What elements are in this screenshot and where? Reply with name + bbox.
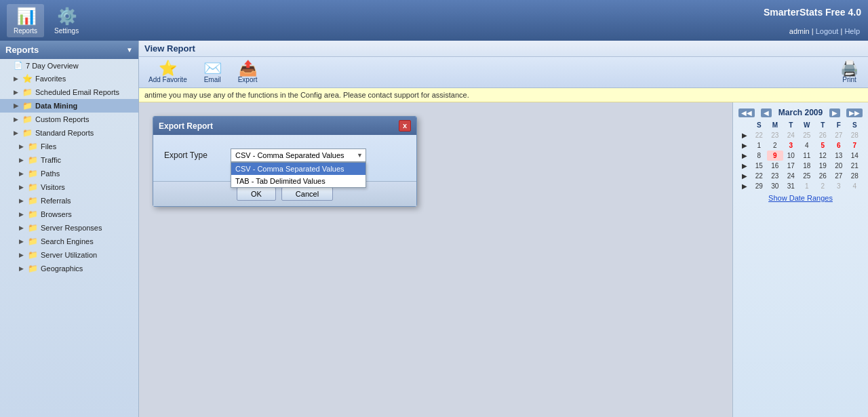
cal-day[interactable]: 3	[831, 181, 846, 191]
cal-day[interactable]: 29	[751, 181, 767, 191]
cal-day[interactable]: 19	[815, 161, 831, 171]
cal-week-arrow[interactable]: ▶	[738, 130, 751, 140]
cal-day[interactable]: 5	[815, 140, 831, 151]
cal-week-arrow[interactable]: ▶	[738, 151, 751, 161]
sidebar-item-paths[interactable]: ▶ 📁 Paths	[0, 167, 138, 180]
cal-week-row: ▶ 22 23 24 25 26 27 28	[738, 130, 863, 140]
cal-header-f: F	[831, 120, 846, 130]
cal-day[interactable]: 22	[751, 130, 767, 140]
cal-next-button[interactable]: ▶	[829, 108, 840, 117]
sidebar-item-serverresponses[interactable]: ▶ 📁 Server Responses	[0, 221, 138, 235]
cal-day[interactable]: 4	[799, 140, 814, 151]
print-button[interactable]: 🖨️ Print	[836, 60, 863, 85]
content-area: View Report ⭐ Add Favorite ✉️ Email 📤 Ex…	[139, 41, 868, 417]
help-link[interactable]: Help	[844, 27, 860, 35]
export-type-select[interactable]: CSV - Comma Separated Values ▼	[231, 148, 366, 162]
export-type-select-wrapper: CSV - Comma Separated Values ▼ CSV - Com…	[231, 148, 366, 162]
cal-day[interactable]: 27	[831, 130, 846, 140]
cal-day[interactable]: 23	[767, 130, 783, 140]
cal-day[interactable]: 16	[767, 161, 783, 171]
logout-link[interactable]: Logout	[816, 27, 839, 35]
cal-day[interactable]: 21	[846, 161, 863, 171]
sidebar-item-standard[interactable]: ▶ 📁 Standard Reports	[0, 126, 138, 140]
cal-day[interactable]: 27	[831, 171, 846, 181]
cal-prev-button[interactable]: ◀	[761, 108, 772, 117]
sidebar-item-custom[interactable]: ▶ 📁 Custom Reports	[0, 113, 138, 126]
cal-week-arrow[interactable]: ▶	[738, 140, 751, 151]
folder-icon: 📁	[28, 237, 38, 246]
cal-day[interactable]: 2	[815, 181, 831, 191]
cal-day[interactable]: 12	[815, 151, 831, 161]
export-button[interactable]: 📤 Export	[234, 60, 262, 85]
expand-arrow: ▶	[19, 197, 24, 204]
cal-day[interactable]: 2	[767, 140, 783, 151]
cal-day[interactable]: 7	[846, 140, 863, 151]
cancel-button[interactable]: Cancel	[281, 187, 333, 201]
export-type-dropdown: CSV - Comma Separated Values TAB - Tab D…	[231, 162, 366, 188]
cal-week-arrow[interactable]: ▶	[738, 161, 751, 171]
cal-day[interactable]: 22	[751, 171, 767, 181]
cal-day[interactable]: 4	[846, 181, 863, 191]
cal-day[interactable]: 28	[846, 130, 863, 140]
sidebar-item-favorites[interactable]: ▶ ⭐ Favorites	[0, 72, 138, 85]
cal-day[interactable]: 8	[751, 151, 767, 161]
cal-day[interactable]: 25	[799, 171, 814, 181]
reports-nav-button[interactable]: 📊 Reports	[7, 4, 44, 37]
cal-day-today[interactable]: 9	[767, 151, 783, 161]
cal-day[interactable]: 6	[831, 140, 846, 151]
cal-day[interactable]: 1	[799, 181, 814, 191]
show-date-ranges-link[interactable]: Show Date Ranges	[738, 194, 863, 202]
cal-prev-prev-button[interactable]: ◀◀	[738, 108, 755, 117]
sidebar-item-searchengines[interactable]: ▶ 📁 Search Engines	[0, 235, 138, 248]
toolbar: ⭐ Add Favorite ✉️ Email 📤 Export 🖨️ Prin…	[139, 57, 868, 88]
sidebar-item-datamining[interactable]: ▶ 📁 Data Mining	[0, 99, 138, 113]
cal-week-arrow[interactable]: ▶	[738, 171, 751, 181]
email-button[interactable]: ✉️ Email	[199, 60, 226, 85]
sidebar-item-visitors[interactable]: ▶ 📁 Visitors	[0, 180, 138, 194]
cal-day[interactable]: 15	[751, 161, 767, 171]
cal-day[interactable]: 26	[815, 171, 831, 181]
sidebar-item-7day[interactable]: 📄 7 Day Overview	[0, 59, 138, 72]
add-favorite-button[interactable]: ⭐ Add Favorite	[144, 60, 191, 85]
cal-day[interactable]: 26	[815, 130, 831, 140]
cal-day[interactable]: 24	[783, 130, 799, 140]
cal-day[interactable]: 10	[783, 151, 799, 161]
export-type-label: Export Type	[164, 151, 225, 160]
print-icon: 🖨️	[840, 61, 859, 76]
sidebar-item-browsers[interactable]: ▶ 📁 Browsers	[0, 207, 138, 221]
cal-day[interactable]: 28	[846, 171, 863, 181]
sidebar-item-referrals[interactable]: ▶ 📁 Referrals	[0, 194, 138, 207]
cal-day[interactable]: 25	[799, 130, 814, 140]
export-close-button[interactable]: x	[399, 120, 411, 132]
cal-day[interactable]: 17	[783, 161, 799, 171]
page-icon: 📄	[14, 61, 23, 70]
export-option-csv[interactable]: CSV - Comma Separated Values	[231, 163, 366, 175]
settings-nav-button[interactable]: ⚙️ Settings	[47, 4, 85, 37]
cal-day[interactable]: 13	[831, 151, 846, 161]
cal-week-arrow[interactable]: ▶	[738, 181, 751, 191]
sidebar-header[interactable]: Reports ▼	[0, 41, 138, 59]
sidebar-item-serverutilization[interactable]: ▶ 📁 Server Utilization	[0, 248, 138, 262]
sidebar-item-scheduled[interactable]: ▶ 📁 Scheduled Email Reports	[0, 85, 138, 99]
cal-day[interactable]: 18	[799, 161, 814, 171]
cal-day[interactable]: 14	[846, 151, 863, 161]
cal-day[interactable]: 20	[831, 161, 846, 171]
cal-day[interactable]: 23	[767, 171, 783, 181]
sidebar-item-geographics[interactable]: ▶ 📁 Geographics	[0, 262, 138, 275]
folder-icon: 📁	[28, 196, 38, 205]
cal-day[interactable]: 31	[783, 181, 799, 191]
expand-arrow: ▶	[19, 157, 24, 163]
sidebar-item-traffic[interactable]: ▶ 📁 Traffic	[0, 153, 138, 167]
cal-day[interactable]: 24	[783, 171, 799, 181]
sidebar-collapse-arrow[interactable]: ▼	[126, 46, 133, 54]
sidebar-item-files[interactable]: ▶ 📁 Files	[0, 140, 138, 153]
cal-day[interactable]: 1	[751, 140, 767, 151]
export-option-tab[interactable]: TAB - Tab Delimited Values	[231, 175, 366, 187]
ok-button[interactable]: OK	[237, 187, 276, 201]
cal-day[interactable]: 11	[799, 151, 814, 161]
cal-next-next-button[interactable]: ▶▶	[846, 108, 863, 117]
cal-day[interactable]: 30	[767, 181, 783, 191]
expand-arrow: ▶	[14, 89, 18, 96]
folder-icon: 📁	[28, 210, 38, 219]
cal-day[interactable]: 3	[783, 140, 799, 151]
